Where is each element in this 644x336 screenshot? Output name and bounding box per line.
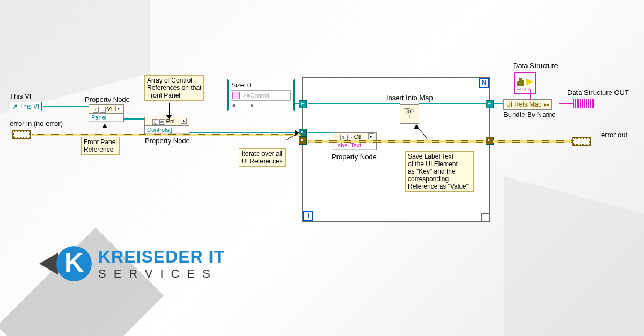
control-ref-placeholder: ↗≡ Control	[231, 90, 291, 101]
prop-header-text: Ctl	[354, 133, 361, 140]
wire-pink	[559, 103, 573, 104]
tunnel-error	[299, 137, 307, 145]
property-node-label: Property Node	[332, 153, 377, 161]
data-structure-out-terminal	[573, 99, 594, 108]
bundle-field-text: UI Refs Map	[506, 101, 542, 108]
doc-icon: ▯	[93, 107, 99, 113]
prop-row-panel: Panel	[89, 114, 123, 122]
property-node-label: Property Node	[145, 137, 190, 145]
wire-pink	[530, 90, 531, 100]
insert-map-label: Insert Into Map	[386, 94, 433, 102]
wire	[419, 103, 487, 104]
error-out-label: error out	[601, 131, 627, 139]
map-sym-plus: +	[408, 114, 411, 120]
arrow-head-icon	[414, 124, 419, 129]
loop-i-terminal: i	[303, 211, 313, 221]
wire-pink	[393, 117, 393, 145]
front-panel-ref-comment: Front Panel Reference	[81, 137, 120, 155]
bundle-by-name-node: UI Refs Map ▸▪	[503, 99, 552, 110]
prop-row-label-text: Label.Text	[332, 141, 376, 150]
array-refs-comment: Array of Control References on that Fron…	[144, 75, 204, 101]
wire-pink	[377, 145, 393, 145]
doc-icon: ▯	[340, 135, 346, 140]
loop-n-terminal: N	[479, 78, 489, 88]
wire	[295, 103, 300, 104]
tunnel-shift-right	[486, 100, 494, 108]
link-icon: ⇨	[100, 107, 106, 113]
property-node-vi: ▯⇨VI▸ Panel	[89, 104, 124, 122]
bg-shape	[0, 227, 164, 336]
wire-pink	[393, 117, 400, 117]
map-sym-top: ⊙⊙	[405, 108, 414, 114]
this-vi-node: This VI	[10, 102, 42, 111]
data-structure-out-label: Data Structure OUT	[567, 88, 629, 96]
wire	[124, 118, 144, 120]
arrow-head-icon	[102, 124, 107, 128]
error-wire	[493, 140, 572, 143]
logo-mark-icon: K	[56, 246, 92, 281]
wire	[189, 132, 301, 133]
prop-header-text: VI	[107, 106, 112, 112]
prop-row-controls: Controls[]	[145, 126, 189, 134]
wire	[308, 132, 332, 133]
arrow-line	[105, 128, 105, 137]
link-icon: ⇨	[347, 135, 353, 140]
wire	[494, 103, 503, 104]
property-node-label: Property Node	[85, 95, 130, 103]
logo-arrow-icon	[39, 252, 58, 275]
wire	[325, 111, 325, 133]
size-label: Size: 0	[230, 81, 292, 89]
data-structure-node: ▶ ▭ ▭ ▭	[514, 72, 536, 94]
logo-main-text: KREISEDER IT	[98, 247, 225, 267]
wire	[325, 111, 400, 111]
doc-icon: ▯	[152, 119, 158, 125]
iterate-comment: Iterate over all UI References	[239, 148, 286, 167]
error-in-cluster	[12, 130, 31, 139]
wire	[308, 103, 400, 104]
loop-fold-icon	[481, 213, 489, 221]
bg-shape	[504, 176, 644, 336]
arrow-line	[169, 103, 170, 116]
scroll-arrows: ◂▸	[230, 102, 292, 109]
arrow-head-icon	[166, 115, 172, 120]
map-constant: Size: 0 ↗≡ Control ◂▸	[227, 79, 295, 111]
logo-sub-text: SERVICES	[98, 267, 225, 281]
error-wire	[308, 140, 486, 143]
error-out-cluster	[572, 137, 591, 146]
this-vi-text: This VI	[19, 103, 39, 110]
data-structure-label: Data Structure	[513, 62, 558, 70]
arrow-head-icon	[295, 130, 299, 136]
bundle-by-name-label: Bundle By Name	[503, 110, 556, 118]
control-ref-icon	[232, 92, 240, 99]
logo-letter: K	[56, 246, 92, 281]
link-icon: ⇨	[159, 119, 165, 125]
control-text: Control	[250, 92, 269, 99]
this-vi-label: This VI	[10, 92, 31, 100]
arrow-icon: ▸	[115, 106, 121, 111]
tunnel-shift-left	[299, 100, 307, 108]
wire	[43, 106, 89, 107]
insert-into-map-node: ⊙⊙ +	[400, 104, 419, 124]
error-wire	[32, 134, 301, 136]
company-logo: K KREISEDER IT SERVICES	[56, 246, 225, 281]
arrow-icon: ▸	[181, 118, 187, 124]
error-in-label: error in (no error)	[10, 120, 63, 128]
save-label-comment: Save Label Text of the UI Element as "Ke…	[405, 151, 474, 192]
arrow-icon: ▸	[368, 133, 374, 139]
